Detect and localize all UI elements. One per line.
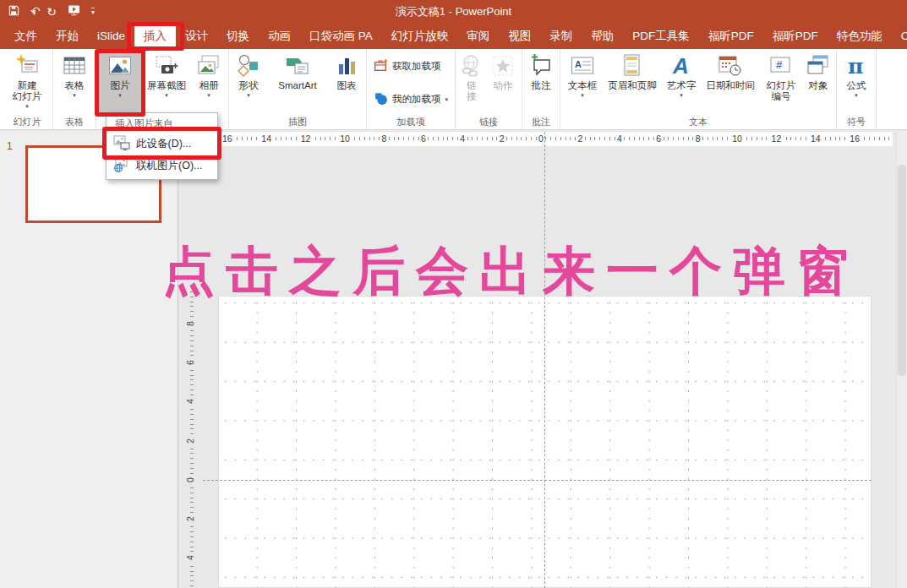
vertical-scrollbar-thumb[interactable] [898, 165, 906, 376]
tab-view[interactable]: 视图 [499, 24, 540, 49]
picture-button[interactable]: 图片▾ [98, 50, 142, 116]
ribbon-group-comments: 批注批注 [522, 49, 560, 129]
menu-item-label: 联机图片(O)... [136, 159, 202, 173]
tab-animations[interactable]: 动画 [259, 24, 300, 49]
vertical-center-guide [544, 132, 545, 588]
tab-review[interactable]: 审阅 [457, 24, 499, 49]
button-label: 动作 [494, 80, 513, 91]
menu-item-this-device[interactable]: 此设备(D)... [107, 133, 217, 155]
my-addins-icon [374, 91, 388, 107]
ribbon-group-slides: 新建幻灯片▾幻灯片 [2, 49, 53, 129]
ribbon-group-symbols: π公式▾符号 [837, 49, 877, 129]
tab-foxit-pdf-1[interactable]: 福昕PDF [699, 24, 763, 49]
ruler-number: 8 [694, 133, 702, 144]
tab-home[interactable]: 开始 [46, 24, 88, 49]
ruler-number: 4 [458, 133, 467, 144]
group-label: 链接 [457, 116, 520, 129]
tab-record[interactable]: 录制 [540, 24, 582, 49]
shapes-icon [236, 52, 261, 80]
store-icon [374, 58, 388, 74]
date-time-button[interactable]: 日期和时间 [701, 50, 760, 116]
group-label: 批注 [524, 116, 558, 129]
ruler-number: 16 [848, 133, 861, 144]
vertical-ruler: 8642024 [185, 291, 199, 588]
button-label: SmartArt [278, 80, 316, 91]
group-label: 加载项 [369, 116, 453, 129]
object-button[interactable]: 对象 [802, 50, 834, 116]
svg-text:A: A [575, 59, 582, 69]
tab-okplus[interactable]: OKPlus 6. [892, 24, 907, 49]
tab-pdf-tools[interactable]: PDF工具集 [623, 24, 699, 49]
tab-slide-show[interactable]: 幻灯片放映 [382, 24, 458, 49]
picture-icon [107, 52, 133, 80]
tab-insert[interactable]: 插入 [134, 24, 176, 49]
button-label: 批注 [532, 80, 551, 91]
button-label: 链接 [467, 80, 477, 102]
new-slide-icon [14, 52, 40, 80]
button-label: 我的加载项 [392, 93, 441, 106]
comment-button[interactable]: 批注 [524, 50, 558, 116]
ribbon-group-tables: 表格▾表格 [53, 49, 96, 129]
new-slide-button[interactable]: 新建幻灯片▾ [3, 50, 51, 116]
tab-pocket-animation[interactable]: 口袋动画 PA [300, 24, 382, 49]
photo-album-button[interactable]: 相册▾ [191, 50, 227, 116]
panel-divider [178, 131, 178, 588]
ribbon-group-illustrations: 形状▾SmartArt图表插图 [229, 49, 367, 129]
link-button: 链接 [457, 50, 486, 116]
comment-icon [528, 52, 554, 80]
slidenumber-icon: # [768, 52, 794, 80]
tab-special-features[interactable]: 特色功能 [828, 24, 892, 49]
ruler-number: 14 [809, 133, 822, 144]
button-label: 表格 [65, 80, 85, 91]
online-picture-icon [113, 157, 130, 175]
wordart-button[interactable]: A艺术字▾ [662, 50, 701, 116]
chart-button[interactable]: 图表 [329, 50, 364, 116]
chevron-down-icon: ▾ [247, 92, 250, 99]
screenshot-button[interactable]: 屏幕截图▾ [142, 50, 191, 116]
equation-icon: π [844, 52, 869, 80]
button-label: 对象 [809, 80, 828, 91]
chevron-down-icon: ▾ [855, 92, 858, 99]
button-label: 图片 [111, 80, 130, 91]
text-box-button[interactable]: A文本框▾ [562, 50, 603, 116]
table-button[interactable]: 表格▾ [55, 50, 94, 116]
tab-file[interactable]: 文件 [5, 24, 46, 49]
my-add-ins-button[interactable]: 我的加载项▾ [369, 91, 453, 107]
screenshot-icon [154, 52, 179, 80]
ruler-number: 8 [185, 319, 195, 328]
ribbon-group-links: 链接动作链接 [456, 49, 522, 129]
chevron-down-icon: ▾ [73, 92, 76, 99]
tab-help[interactable]: 帮助 [582, 24, 623, 49]
wordart-icon: A [669, 52, 694, 80]
smartart-icon [285, 52, 310, 80]
tab-design[interactable]: 设计 [176, 24, 217, 49]
table-icon [62, 52, 87, 80]
get-add-ins-button[interactable]: 获取加载项 [369, 58, 446, 74]
tab-row: 文件开始iSlide插入设计切换动画口袋动画 PA幻灯片放映审阅视图录制帮助PD… [0, 24, 907, 49]
ruler-number: 2 [576, 133, 584, 144]
equation-button[interactable]: π公式▾ [839, 50, 874, 116]
slide-number-btn-button[interactable]: #幻灯片编号 [760, 50, 802, 116]
vertical-scrollbar-track [896, 131, 907, 588]
button-label: 获取加载项 [392, 60, 441, 73]
tab-transitions[interactable]: 切换 [217, 24, 259, 49]
shapes-button[interactable]: 形状▾ [231, 50, 266, 116]
datetime-icon [718, 52, 743, 80]
smartart-button[interactable]: SmartArt [266, 50, 329, 116]
tab-islide[interactable]: iSlide [88, 24, 134, 49]
ribbon-group-add-ins: 获取加载项我的加载项▾加载项 [367, 49, 456, 129]
link-icon [460, 52, 484, 80]
header-footer-button[interactable]: 页眉和页脚 [603, 50, 662, 116]
horizontal-ruler: 1614121086420246810121416 [188, 132, 893, 146]
annotation-text: 点击之后会出来一个弹窗 [162, 245, 860, 297]
button-label: 新建幻灯片 [13, 80, 42, 102]
slide-number: 1 [7, 140, 13, 152]
tab-foxit-pdf-2[interactable]: 福昕PDF [763, 24, 828, 49]
chevron-down-icon: ▾ [25, 103, 29, 110]
menu-item-online-pictures[interactable]: 联机图片(O)... [107, 155, 217, 177]
window-title: 演示文稿1 - PowerPoint [0, 0, 907, 24]
ruler-number: 2 [185, 514, 195, 523]
ribbon-group-text: A文本框▾页眉和页脚A艺术字▾日期和时间#幻灯片编号对象文本 [560, 49, 837, 129]
button-label: 图表 [337, 80, 357, 91]
chevron-down-icon: ▾ [680, 92, 683, 99]
